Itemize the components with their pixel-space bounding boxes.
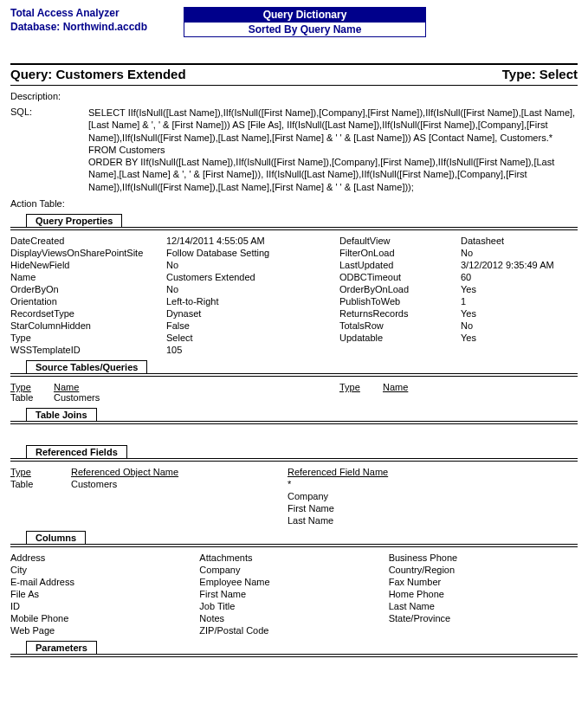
column-name	[389, 625, 578, 636]
table-cell	[383, 392, 578, 403]
section-referenced-fields: Referenced Fields	[10, 445, 578, 462]
divider	[10, 227, 578, 228]
column-name: File As	[10, 589, 199, 599]
property-label: Name	[10, 272, 166, 282]
table-cell: *	[288, 479, 578, 489]
property-value: 60	[461, 272, 578, 282]
sql-row: SQL: SELECT IIf(IsNull([Last Name]),IIf(…	[10, 107, 578, 193]
property-value: Customers Extended	[166, 272, 339, 282]
column-header: Referenced Field Name	[288, 467, 578, 477]
properties-grid: DateCreated12/14/2011 4:55:05 AMDefaultV…	[10, 236, 578, 355]
spacer	[10, 424, 578, 440]
source-grid: TypeNameTypeNameTableCustomers	[10, 382, 578, 403]
divider	[10, 544, 578, 545]
property-label: RecordsetType	[10, 308, 166, 319]
property-value: Datasheet	[461, 236, 578, 246]
section-tab: Referenced Fields	[26, 445, 127, 458]
divider	[10, 85, 578, 86]
table-cell: Customers	[54, 392, 175, 403]
property-label: OrderByOnLoad	[339, 284, 461, 294]
property-value: Yes	[461, 284, 578, 294]
column-header: Name	[54, 382, 175, 392]
divider	[10, 373, 578, 374]
column-name: Company	[199, 565, 388, 575]
column-header	[175, 382, 339, 392]
property-label: ReturnsRecords	[339, 308, 461, 319]
property-label: Updatable	[339, 333, 461, 343]
table-cell: Last Name	[288, 515, 578, 526]
query-name: Query: Customers Extended	[10, 67, 186, 81]
column-name: Attachments	[199, 552, 388, 563]
property-label: LastUpdated	[339, 260, 461, 270]
column-header: Type	[339, 382, 383, 392]
divider	[10, 458, 578, 459]
columns-grid: AddressAttachmentsBusiness PhoneCityComp…	[10, 552, 578, 636]
table-cell	[71, 491, 288, 501]
property-label: OrderByOn	[10, 284, 166, 294]
table-cell	[175, 392, 339, 403]
column-name: Address	[10, 552, 199, 563]
banner-title: Query Dictionary	[184, 7, 426, 23]
header-left: Total Access Analyzer Database: Northwin…	[10, 7, 184, 34]
property-label: DefaultView	[339, 236, 461, 246]
property-value: False	[166, 320, 339, 331]
column-name: Notes	[199, 613, 388, 623]
table-cell: Table	[10, 479, 71, 489]
property-value: Left-to-Right	[166, 296, 339, 307]
column-name: Country/Region	[389, 565, 578, 575]
column-name: State/Province	[389, 613, 578, 623]
property-label: WSSTemplateID	[10, 345, 166, 355]
column-name: ID	[10, 601, 199, 611]
column-name: Job Title	[199, 601, 388, 611]
divider	[10, 546, 578, 547]
property-value: No	[461, 248, 578, 258]
query-type: Type: Select	[502, 67, 578, 81]
divider	[10, 654, 578, 655]
report-header: Total Access Analyzer Database: Northwin…	[10, 7, 578, 37]
referenced-grid: TypeReferenced Object NameReferenced Fie…	[10, 467, 578, 526]
divider	[10, 421, 578, 422]
property-label: ODBCTimeout	[339, 272, 461, 282]
description-row: Description:	[10, 91, 578, 101]
property-value: Yes	[461, 308, 578, 319]
property-value: Dynaset	[166, 308, 339, 319]
section-tab: Parameters	[26, 641, 97, 654]
sql-text: SELECT IIf(IsNull([Last Name]),IIf(IsNul…	[88, 107, 578, 193]
property-label: HideNewField	[10, 260, 166, 270]
section-tab: Source Tables/Queries	[26, 360, 147, 373]
divider	[10, 656, 578, 657]
action-table-row: Action Table:	[10, 198, 578, 209]
table-cell	[339, 392, 383, 403]
action-table-label: Action Table:	[10, 198, 88, 209]
property-value: No	[166, 284, 339, 294]
column-header: Type	[10, 382, 54, 392]
section-columns: Columns	[10, 531, 578, 547]
column-name: E-mail Address	[10, 577, 199, 587]
property-label: StarColumnHidden	[10, 320, 166, 331]
column-header: Type	[10, 467, 71, 477]
property-label: Orientation	[10, 296, 166, 307]
section-tab: Query Properties	[26, 214, 122, 227]
table-cell	[10, 503, 71, 513]
property-value: 105	[166, 345, 339, 355]
property-value: 1	[461, 296, 578, 307]
property-value: No	[461, 320, 578, 331]
section-source: Source Tables/Queries	[10, 360, 578, 377]
table-cell: Table	[10, 392, 54, 403]
table-cell	[10, 515, 71, 526]
query-title-row: Query: Customers Extended Type: Select	[10, 65, 578, 85]
header-banner: Query Dictionary Sorted By Query Name	[184, 7, 426, 37]
column-name: First Name	[199, 589, 388, 599]
column-name: Home Phone	[389, 589, 578, 599]
sql-line: SELECT IIf(IsNull([Last Name]),IIf(IsNul…	[88, 107, 578, 144]
section-table-joins: Table Joins	[10, 408, 578, 424]
section-query-properties: Query Properties	[10, 214, 578, 230]
sql-line: ORDER BY IIf(IsNull([Last Name]),IIf(IsN…	[88, 156, 578, 193]
property-value: Follow Database Setting	[166, 248, 339, 258]
column-name: Web Page	[10, 625, 199, 636]
database-label: Database: Northwind.accdb	[10, 21, 184, 35]
divider	[10, 376, 578, 377]
divider	[10, 229, 578, 230]
column-name: ZIP/Postal Code	[199, 625, 388, 636]
section-tab: Columns	[26, 531, 86, 544]
